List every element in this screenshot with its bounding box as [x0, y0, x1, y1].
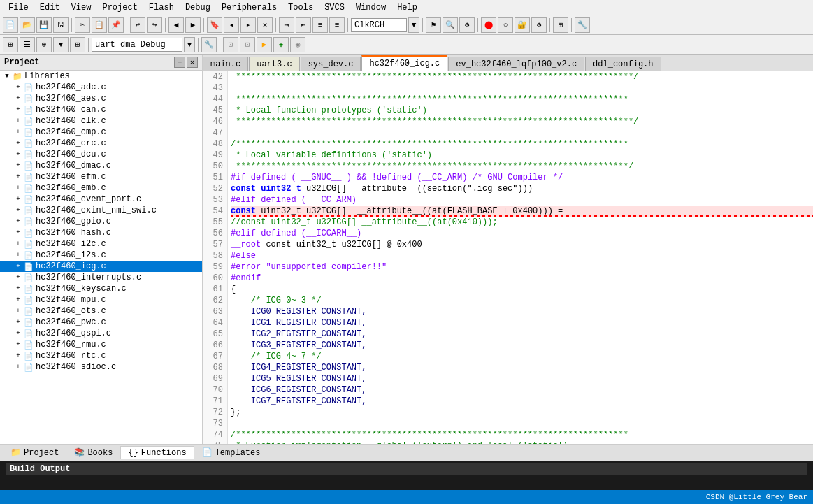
tb2-dropdown-btn[interactable]: ▼ [53, 37, 69, 52]
line-number-50: 50 [207, 161, 223, 172]
tree-item-25[interactable]: +📄hc32f460_sdioc.c [0, 361, 202, 373]
tree-item-1[interactable]: +📄hc32f460_aes.c [0, 93, 202, 104]
paste-btn[interactable]: 📌 [108, 17, 124, 33]
tree-item-4[interactable]: +📄hc32f460_cmp.c [0, 127, 202, 138]
tree-item-15[interactable]: +📄hc32f460_i2s.c [0, 250, 202, 261]
tree-item-3[interactable]: +📄hc32f460_clk.c [0, 115, 202, 127]
tb2-chip3[interactable]: ◈ [273, 37, 289, 52]
back-btn[interactable]: ◀ [168, 17, 184, 33]
menu-edit[interactable]: Edit [34, 1, 66, 14]
tree-item-17[interactable]: +📄hc32f460_interrupts.c [0, 272, 202, 283]
tab-main-c[interactable]: main.c [203, 57, 248, 71]
tb2-btn3[interactable]: ⊕ [36, 37, 52, 52]
tree-item-14[interactable]: +📄hc32f460_i2c.c [0, 238, 202, 250]
tree-item-9[interactable]: +📄hc32f460_emb.c [0, 182, 202, 194]
indent3-btn[interactable]: ≡ [329, 17, 345, 33]
exp5: + [14, 139, 22, 147]
wrench-btn[interactable]: 🔧 [575, 17, 590, 33]
tab-uart3-c[interactable]: uart3.c [249, 57, 299, 71]
menu-project[interactable]: Project [96, 1, 143, 14]
sidebar-close-btn[interactable]: ✕ [187, 57, 198, 68]
menu-view[interactable]: View [66, 1, 97, 14]
tab-sys-dev-c[interactable]: sys_dev.c [301, 57, 361, 71]
menu-svcs[interactable]: SVCS [319, 1, 350, 14]
tb2-btn1[interactable]: ⊞ [3, 37, 18, 52]
bottom-tab-books[interactable]: 📚 Books [66, 445, 120, 460]
tree-item-20[interactable]: +📄hc32f460_ots.c [0, 305, 202, 317]
grid-btn[interactable]: ⊞ [553, 17, 568, 33]
tree-item-2[interactable]: +📄hc32f460_can.c [0, 104, 202, 115]
bottom-tab-project[interactable]: 📁 Project [3, 445, 66, 460]
tree-item-12[interactable]: +📄hc32f460_gpio.c [0, 216, 202, 227]
menu-peripherals[interactable]: Peripherals [216, 1, 282, 14]
tree-item-0[interactable]: +📄hc32f460_adc.c [0, 82, 202, 93]
exp11: + [14, 206, 22, 215]
tab-hc32f460-icg-c[interactable]: hc32f460_icg.c [361, 55, 447, 71]
tab-ev-hc32f460[interactable]: ev_hc32f460_lqfp100_v2.c [448, 57, 584, 71]
stop-btn[interactable]: ⬤ [481, 17, 496, 33]
bookmark-btn[interactable]: 🔖 [207, 17, 222, 33]
menu-window[interactable]: Window [350, 1, 391, 14]
tb2-btn2[interactable]: ☰ [20, 37, 35, 52]
tree-item-24[interactable]: +📄hc32f460_rtc.c [0, 350, 202, 361]
tree-item-19[interactable]: +📄hc32f460_mpu.c [0, 294, 202, 305]
indent2-btn[interactable]: ≡ [312, 17, 328, 33]
tree-item-8[interactable]: +📄hc32f460_efm.c [0, 171, 202, 182]
tree-item-selected-icg[interactable]: +📄hc32f460_icg.c [0, 261, 202, 272]
tb2-play[interactable]: ▶ [257, 37, 272, 52]
btn-b[interactable]: 🔍 [443, 17, 458, 33]
tree-item-10[interactable]: +📄hc32f460_event_port.c [0, 194, 202, 205]
clk-dropdown-btn[interactable]: ▼ [408, 17, 419, 33]
tree-label-25: hc32f460_sdioc.c [36, 362, 116, 372]
open-btn[interactable]: 📂 [20, 17, 35, 33]
tab-ddl-config-h[interactable]: ddl_config.h [585, 57, 661, 71]
copy-btn[interactable]: 📋 [92, 17, 107, 33]
tree-item-23[interactable]: +📄hc32f460_rmu.c [0, 339, 202, 350]
menu-file[interactable]: File [3, 1, 34, 14]
tree-item-6[interactable]: +📄hc32f460_dcu.c [0, 149, 202, 160]
menu-debug[interactable]: Debug [180, 1, 216, 14]
tree-item-18[interactable]: +📄hc32f460_keyscan.c [0, 283, 202, 294]
config-select[interactable]: uart_dma_Debug [92, 38, 182, 52]
circle-btn[interactable]: ○ [498, 17, 513, 33]
unindent-btn[interactable]: ⇤ [296, 17, 311, 33]
tree-item-5[interactable]: +📄hc32f460_crc.c [0, 138, 202, 149]
tree-item-11[interactable]: +📄hc32f460_exint_nmi_swi.c [0, 205, 202, 216]
bookmark-prev-btn[interactable]: ◂ [224, 17, 239, 33]
sep10 [571, 18, 572, 32]
bottom-tab-functions[interactable]: {} Functions [120, 446, 194, 459]
settings-btn[interactable]: ⚙ [531, 17, 547, 33]
config-dropdown[interactable]: ▼ [184, 37, 195, 52]
clk-input[interactable]: ClkRCH [351, 18, 407, 32]
indent-btn[interactable]: ⇥ [279, 17, 294, 33]
cut-btn[interactable]: ✂ [75, 17, 90, 33]
tb2-chip1[interactable]: ⊡ [223, 37, 238, 52]
tree-item-21[interactable]: +📄hc32f460_pwc.c [0, 317, 202, 328]
new-btn[interactable]: 📄 [3, 17, 18, 33]
tree-item-13[interactable]: +📄hc32f460_hash.c [0, 227, 202, 238]
tb2-screwdriver[interactable]: 🔧 [201, 37, 217, 52]
bookmark-clear-btn[interactable]: ✕ [257, 17, 273, 33]
menu-tools[interactable]: Tools [282, 1, 319, 14]
tree-item-22[interactable]: +📄hc32f460_qspi.c [0, 328, 202, 339]
menu-help[interactable]: Help [391, 1, 423, 14]
tb2-chip4[interactable]: ◉ [290, 37, 305, 52]
tree-item-7[interactable]: +📄hc32f460_dmac.c [0, 160, 202, 171]
tb2-btn4[interactable]: ⊞ [70, 37, 85, 52]
redo-btn[interactable]: ↪ [147, 17, 162, 33]
code-scroll-area[interactable]: 4243444546474849505152535455565758596061… [203, 71, 813, 444]
sidebar-minimize-btn[interactable]: − [174, 57, 185, 68]
line-number-55: 55 [207, 217, 223, 228]
tb2-chip2[interactable]: ⊡ [240, 37, 255, 52]
undo-btn[interactable]: ↩ [130, 17, 145, 33]
menu-flash[interactable]: Flash [143, 1, 180, 14]
save-btn[interactable]: 💾 [36, 17, 52, 33]
btn-a[interactable]: ⚑ [426, 17, 441, 33]
bottom-tab-templates[interactable]: 📄 Templates [194, 445, 268, 460]
btn-c[interactable]: ⚙ [459, 17, 475, 33]
bookmark-next-btn[interactable]: ▸ [240, 17, 256, 33]
tree-item-libraries[interactable]: ▼ 📁 Libraries [0, 71, 202, 82]
debug-btn[interactable]: 🔐 [515, 17, 530, 33]
save-all-btn[interactable]: 🖫 [53, 17, 69, 33]
forward-btn[interactable]: ▶ [185, 17, 201, 33]
